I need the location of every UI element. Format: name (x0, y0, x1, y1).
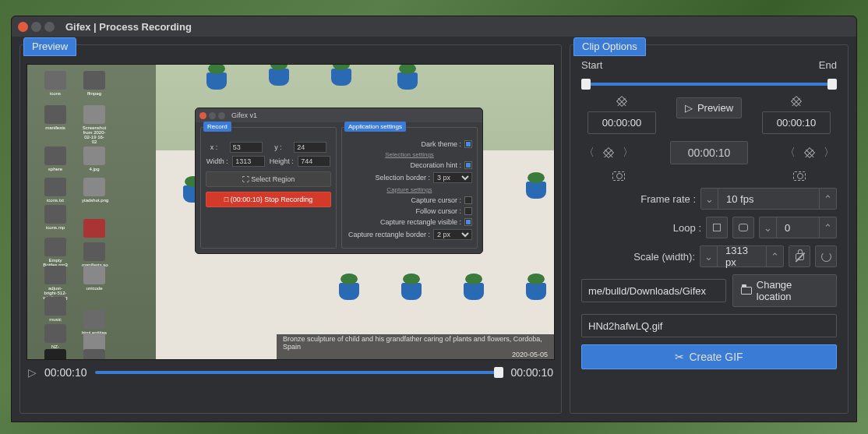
preview-button[interactable]: ▷Preview (676, 97, 742, 118)
location-input[interactable] (581, 279, 726, 302)
mid-time-display: 00:00:10 (670, 141, 749, 164)
close-icon[interactable] (18, 22, 28, 32)
change-location-button[interactable]: Change location (732, 274, 837, 307)
caption-bar: Bronze sculpture of child and his grandf… (277, 334, 554, 359)
start-next-icon[interactable]: 〉 (620, 146, 636, 160)
clip-options-tab: Clip Options (573, 37, 646, 56)
y-input[interactable] (294, 142, 326, 153)
create-gif-button[interactable]: ✂ Create GIF (581, 344, 837, 369)
scale-label: Scale (width): (633, 251, 695, 263)
scale-lock-button[interactable] (789, 245, 810, 267)
loop-label: Loop : (673, 222, 701, 234)
end-label: End (819, 59, 837, 71)
loop-up-icon[interactable]: ⌃ (819, 217, 836, 238)
x-input[interactable] (230, 142, 263, 153)
maximize-icon[interactable] (44, 22, 55, 32)
dark-theme-checkbox[interactable] (464, 140, 472, 148)
start-prev-icon[interactable]: 〈 (581, 146, 597, 160)
playback-thumb[interactable] (494, 367, 503, 378)
snapshot-start-icon[interactable] (612, 171, 625, 181)
end-prev-icon[interactable]: 〈 (782, 146, 798, 160)
snapshot-end-icon[interactable] (793, 171, 806, 181)
capture-rect-visible-checkbox[interactable] (464, 218, 472, 226)
start-nudge-icon[interactable] (603, 147, 614, 158)
select-region-button[interactable]: ⛶ Select Region (206, 171, 331, 187)
titlebar[interactable]: Gifex | Process Recording (12, 16, 856, 37)
folder-icon (741, 287, 752, 295)
inner-max-icon[interactable] (218, 112, 225, 119)
start-time-display: 00:00:00 (587, 111, 657, 134)
loop-repeat-button[interactable] (732, 217, 754, 238)
start-label: Start (581, 59, 602, 71)
move-start-icon[interactable] (616, 96, 627, 107)
end-nudge-icon[interactable] (804, 147, 815, 158)
content-area: Preview ⌄ (12, 37, 856, 422)
capture-cursor-checkbox[interactable] (464, 196, 472, 204)
preview-viewport: icons ffmpeg manifests Screenshot from 2… (26, 64, 555, 360)
selection-border-select[interactable]: 3 px (433, 172, 472, 183)
loop-count-dropdown[interactable]: ⌄ 0 ⌃ (759, 217, 837, 238)
playback-bar: ▷ 00:00:10 00:00:10 (20, 360, 561, 385)
chevron-down-icon[interactable]: ⌄ (20, 45, 561, 61)
frame-rate-down-icon[interactable]: ⌄ (701, 189, 718, 209)
inner-close-icon[interactable] (199, 112, 206, 119)
scale-up-icon[interactable]: ⌃ (766, 246, 783, 266)
stop-recording-button[interactable]: □ (00:00:10) Stop Recording (206, 192, 331, 207)
capture-rect-border-select[interactable]: 2 px (433, 229, 472, 240)
clip-options-panel: Clip Options Start End 00:00:00 ▷Pr (570, 44, 849, 414)
scissors-icon: ✂ (675, 351, 684, 363)
move-end-icon[interactable] (791, 96, 802, 107)
inner-min-icon[interactable] (209, 112, 216, 119)
playback-total-time: 00:00:10 (511, 366, 554, 379)
app-window: Gifex | Process Recording Preview ⌄ (11, 16, 857, 422)
preview-image: icons ffmpeg manifests Screenshot from 2… (27, 65, 554, 359)
follow-cursor-checkbox[interactable] (464, 207, 472, 215)
frame-rate-up-icon[interactable]: ⌃ (819, 189, 836, 209)
playback-current-time: 00:00:10 (44, 366, 87, 379)
scale-dropdown[interactable]: ⌄ 1313 px ⌃ (700, 245, 784, 267)
end-time-display: 00:00:10 (762, 111, 831, 134)
scale-down-icon[interactable]: ⌄ (700, 246, 718, 266)
play-button[interactable]: ▷ (28, 366, 37, 379)
height-input[interactable] (298, 156, 330, 167)
end-next-icon[interactable]: 〉 (821, 146, 837, 160)
frame-rate-dropdown[interactable]: ⌄ 10 fps ⌃ (700, 188, 837, 210)
window-title: Gifex | Process Recording (65, 21, 192, 33)
playback-slider[interactable] (95, 371, 503, 374)
width-input[interactable] (232, 156, 265, 167)
minimize-icon[interactable] (31, 22, 41, 32)
preview-panel: Preview ⌄ (19, 44, 562, 414)
filename-input[interactable] (581, 314, 837, 337)
loop-down-icon[interactable]: ⌄ (760, 217, 777, 238)
range-end-thumb[interactable] (827, 79, 837, 90)
range-start-thumb[interactable] (581, 79, 591, 90)
inner-recording-window: Gifex v1 Record x : y : (195, 108, 483, 254)
decoration-hint-checkbox[interactable] (464, 161, 472, 169)
clip-range-slider[interactable] (581, 83, 837, 86)
preview-tab: Preview (23, 37, 76, 56)
scale-reset-button[interactable] (815, 245, 837, 267)
loop-stop-button[interactable] (706, 217, 728, 238)
frame-rate-label: Frame rate : (640, 193, 696, 205)
